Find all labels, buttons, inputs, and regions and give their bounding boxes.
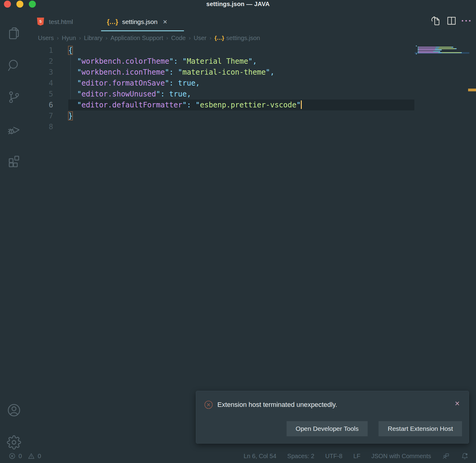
vscode-window: settings.json — JAVA [0,0,476,463]
minimap[interactable] [416,46,468,56]
error-count: 0 [19,453,22,460]
status-bar: 0 0 Ln 6, Col 54Spaces: 2UTF-8LFJSON wit… [0,449,476,463]
breadcrumb-separator-icon: › [79,35,81,41]
breadcrumb: Users›Hyun›Library›Application Support›C… [38,33,260,43]
more-actions-icon[interactable] [462,15,471,26]
tab-close-icon[interactable]: × [163,18,167,25]
tab-test-html[interactable]: 5 test.html [33,12,100,31]
code-lines: 1{2 "workbench.colorTheme": "Material Th… [33,45,476,132]
editor-actions [430,15,471,26]
active-tab-indicator [101,30,184,31]
overview-ruler-marker [468,89,476,91]
open-changes-icon[interactable] [430,15,441,26]
code-line: 6 "editor.defaultFormatter": "esbenp.pre… [33,100,476,110]
warning-count-icon [28,452,35,460]
breadcrumb-item[interactable]: User [194,35,206,42]
tab-label: settings.json [122,18,158,25]
breadcrumb-item[interactable]: Code [171,35,186,42]
feedback-icon[interactable] [442,452,450,460]
minimap-line [416,55,468,56]
minimap-line [416,51,468,52]
code-line-text: { [68,45,73,56]
status-item-lf[interactable]: LF [353,453,360,460]
line-number: 7 [33,110,68,121]
code-line: 1{ [33,45,476,56]
line-number: 1 [33,45,68,56]
search-icon[interactable] [7,58,21,73]
split-editor-icon[interactable] [446,15,457,26]
breadcrumb-item[interactable]: Users [38,35,54,42]
line-number: 8 [33,121,68,132]
svg-text:5: 5 [39,19,42,24]
error-count-icon [8,452,16,460]
notification-message: Extension host terminated unexpectedly. [217,401,337,409]
error-icon [204,400,213,409]
html5-icon: 5 [36,17,45,26]
status-item-ln-6-col-54[interactable]: Ln 6, Col 54 [243,453,276,460]
settings-gear-icon[interactable] [7,435,21,450]
breadcrumb-item[interactable]: Library [84,35,103,42]
code-line: 4 "editor.formatOnSave": true, [33,78,476,89]
minimap-line [416,46,468,46]
notifications-bell-icon[interactable] [461,452,469,460]
line-number: 4 [33,78,68,89]
accounts-icon[interactable] [7,403,21,417]
code-line: 8 [33,121,476,132]
notification-close-icon[interactable]: × [455,400,460,408]
breadcrumb-separator-icon: › [57,35,59,41]
breadcrumb-separator-icon: › [106,35,107,41]
breadcrumb-separator-icon: › [166,35,168,41]
explorer-icon[interactable] [7,26,21,41]
breadcrumb-item[interactable]: Hyun [62,35,76,42]
run-and-debug-icon[interactable] [7,122,21,136]
extensions-icon[interactable] [7,154,21,168]
open-developer-tools-button[interactable]: Open Developer Tools [287,421,368,436]
notification-toast: Extension host terminated unexpectedly. … [196,391,469,444]
tab-label: test.html [49,18,73,25]
breadcrumb-separator-icon: › [209,35,211,41]
minimap-line [416,49,468,50]
breadcrumb-item[interactable]: Application Support [110,35,163,42]
window-title: settings.json — JAVA [0,1,476,8]
line-number: 3 [33,67,68,78]
minimap-line [416,47,468,48]
activity-bar [0,9,33,449]
problems-status[interactable]: 0 0 [8,449,41,463]
restart-extension-host-button[interactable]: Restart Extension Host [379,421,462,436]
warning-count: 0 [38,453,41,460]
breadcrumb-separator-icon: › [189,35,191,41]
code-line: 3 "workbench.iconTheme": "material-icon-… [33,67,476,78]
code-line-text: "workbench.iconTheme": "material-icon-th… [68,67,274,78]
code-editor[interactable]: 1{2 "workbench.colorTheme": "Material Th… [33,43,476,449]
code-line-text: "editor.formatOnSave": true, [68,78,200,89]
line-number: 6 [33,100,68,110]
code-line-text: } [68,110,73,121]
status-item-spaces-2[interactable]: Spaces: 2 [287,453,314,460]
notification-buttons: Open Developer ToolsRestart Extension Ho… [287,421,462,436]
minimap-line [416,53,468,54]
status-item-json-with-comments[interactable]: JSON with Comments [371,453,431,460]
code-line-text: "editor.defaultFormatter": "esbenp.prett… [68,100,414,110]
status-item-utf-8[interactable]: UTF-8 [325,453,342,460]
line-number: 5 [33,89,68,100]
minimap-line [416,52,468,53]
code-line: 7} [33,110,476,121]
json-braces-icon: {…} [107,18,118,26]
line-number: 2 [33,56,68,67]
status-bar-right: Ln 6, Col 54Spaces: 2UTF-8LFJSON with Co… [243,449,469,463]
source-control-icon[interactable] [7,90,21,104]
title-bar: settings.json — JAVA [0,0,476,9]
editor-tab-bar: 5 test.html {…} settings.json × [33,12,476,31]
minimap-line [416,48,468,49]
code-line: 2 "workbench.colorTheme": "Material Them… [33,56,476,67]
code-line-text: "editor.showUnused": true, [68,89,191,100]
breadcrumb-item[interactable]: settings.json [226,35,260,42]
code-line-text: "workbench.colorTheme": "Material Theme"… [68,56,257,67]
text-cursor [301,100,302,109]
json-braces-icon: {…} [215,35,224,41]
tab-settings-json[interactable]: {…} settings.json × [100,12,186,31]
code-line: 5 "editor.showUnused": true, [33,89,476,100]
